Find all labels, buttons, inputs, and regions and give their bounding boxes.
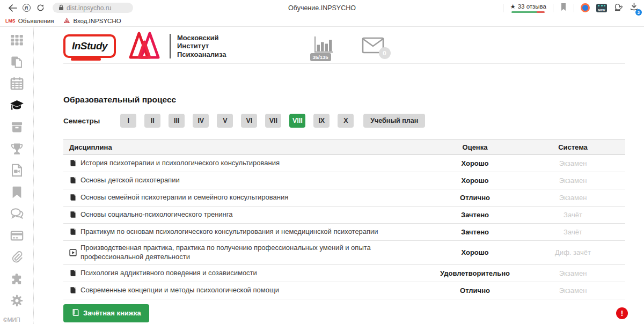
book-icon xyxy=(71,308,79,318)
sidebar-item-calendar[interactable] xyxy=(9,77,25,92)
yandex-icon[interactable]: Я xyxy=(19,3,33,13)
column-discipline: Дисциплина xyxy=(63,141,429,154)
grading-system: Экзамен xyxy=(521,194,625,202)
semester-tab-VIII[interactable]: VIII xyxy=(289,114,305,128)
sidebar-item-puzzle[interactable] xyxy=(9,273,25,288)
discipline-name: Основы социально-психологического тренин… xyxy=(80,210,232,219)
bookmark-login-inpsycho[interactable]: Вход.INPSYCHO xyxy=(63,16,121,26)
grade-value: Зачтено xyxy=(429,211,521,219)
attachment-icon xyxy=(10,250,24,267)
grade-value: Отлично xyxy=(429,286,521,294)
extension-browser-icon[interactable] xyxy=(581,3,590,12)
table-row[interactable]: История психотерапии и психологического … xyxy=(63,155,625,172)
disciplines-table-body: История психотерапии и психологического … xyxy=(63,155,625,299)
semester-tabs: IIIIIIIVVVIVIIVIIIIXX xyxy=(120,114,362,128)
semester-tab-IV[interactable]: IV xyxy=(193,114,209,128)
site-header: InStudy Московский Институт Психоанализа xyxy=(63,27,625,64)
discipline-name: Современные концепции и методы психологи… xyxy=(80,286,279,295)
sidebar-item-chat[interactable] xyxy=(9,208,25,222)
mail-icon[interactable]: 0 xyxy=(362,37,384,56)
settings-icon xyxy=(10,293,24,310)
url-text: dist.inpsycho.ru xyxy=(67,4,111,12)
table-row[interactable]: Практикум по основам психологического ко… xyxy=(63,224,625,241)
refresh-icon[interactable] xyxy=(33,3,47,13)
discipline-name: Практикум по основам психологического ко… xyxy=(80,227,378,237)
divider xyxy=(503,4,503,12)
rating-bar xyxy=(511,11,545,13)
grade-value: Хорошо xyxy=(429,248,521,256)
documents-icon xyxy=(10,55,24,71)
trophy-icon xyxy=(10,142,24,158)
semester-tab-VI[interactable]: VI xyxy=(241,114,257,128)
grade-value: Хорошо xyxy=(429,176,521,185)
semester-tab-III[interactable]: III xyxy=(169,114,185,128)
instudy-logo[interactable]: InStudy xyxy=(63,34,116,58)
sidebar-item-video-file[interactable] xyxy=(9,164,25,179)
lms-favicon: LMS xyxy=(5,18,16,24)
book-icon xyxy=(69,286,77,294)
semester-tab-X[interactable]: X xyxy=(338,114,354,128)
table-row[interactable]: Основы детской психотерапииХорошоЭкзамен xyxy=(63,172,625,189)
video-file-icon xyxy=(10,163,24,180)
progress-stats-icon[interactable]: 35/135 xyxy=(312,35,334,57)
semester-tab-II[interactable]: II xyxy=(144,114,160,128)
table-row[interactable]: Психология аддиктивного поведения и соза… xyxy=(63,265,625,282)
sidebar-item-trophy[interactable] xyxy=(9,143,25,157)
sidebar-item-bookmark[interactable] xyxy=(9,186,25,201)
curriculum-button[interactable]: Учебный план xyxy=(363,114,425,128)
alert-icon[interactable]: ! xyxy=(616,307,628,319)
downloads-badge: 2 xyxy=(635,9,642,16)
book-icon xyxy=(69,194,77,201)
semester-row: Семестры IIIIIIIVVVIVIIVIIIIXX Учебный п… xyxy=(63,114,625,128)
grade-value: Удовлетворительно xyxy=(429,269,521,277)
gradebook-button[interactable]: Зачётная книжка xyxy=(63,304,149,322)
grading-system: Экзамен xyxy=(521,176,625,185)
sidebar-item-archive-box[interactable] xyxy=(9,121,25,135)
table-header: Дисциплина Оценка Система xyxy=(63,139,625,155)
calendar-icon xyxy=(10,76,24,93)
sidebar-item-payment-card[interactable] xyxy=(9,230,25,244)
table-row[interactable]: Основы семейной психотерапии и семейного… xyxy=(63,189,625,207)
bookmark-flag-icon[interactable] xyxy=(560,3,567,13)
mail-count-badge: 0 xyxy=(379,47,391,59)
payment-card-icon xyxy=(10,229,24,245)
sidebar-item-settings[interactable] xyxy=(9,294,25,309)
semester-tab-V[interactable]: V xyxy=(217,114,233,128)
extension-glove-icon[interactable] xyxy=(613,2,623,13)
discipline-name: Основы семейной психотерапии и семейного… xyxy=(80,193,288,202)
site-reviews[interactable]: ★ 33 отзыва xyxy=(510,3,546,13)
semester-tab-IX[interactable]: IX xyxy=(313,114,330,128)
grade-value: Отлично xyxy=(429,194,521,202)
table-row[interactable]: Производственная практика, практика по п… xyxy=(63,241,625,265)
sidebar-item-attachment[interactable] xyxy=(9,251,25,266)
sidebar-nav: ©МИП xyxy=(0,27,34,323)
table-row[interactable]: Современные концепции и методы психологи… xyxy=(63,282,625,299)
downloads-icon[interactable]: 2 xyxy=(630,2,639,13)
sidebar-item-documents[interactable] xyxy=(9,56,25,70)
page-title: Образовательный процесс xyxy=(63,95,625,105)
semester-tab-VII[interactable]: VII xyxy=(265,114,281,128)
semester-tab-I[interactable]: I xyxy=(120,114,136,128)
puzzle-icon xyxy=(10,272,24,289)
divider xyxy=(170,34,171,58)
lock-icon xyxy=(58,3,64,13)
column-system: Система xyxy=(521,143,625,151)
institute-triangle-logo-icon[interactable] xyxy=(128,30,161,62)
extension-new-icon[interactable]: NEW xyxy=(596,4,607,12)
sidebar-item-graduation-cap[interactable] xyxy=(9,99,25,114)
back-icon[interactable] xyxy=(5,3,19,13)
book-icon xyxy=(69,211,77,218)
grade-value: Зачтено xyxy=(429,228,521,236)
grading-system: Диф. зачёт xyxy=(521,248,625,256)
grading-system: Экзамен xyxy=(521,286,625,294)
copyright-label: ©МИП xyxy=(0,316,20,323)
video-icon xyxy=(69,249,77,256)
bookmark-announcements[interactable]: LMS Объявления xyxy=(5,18,54,24)
sidebar-item-grid[interactable] xyxy=(9,34,25,48)
discipline-name: Производственная практика, практика по п… xyxy=(80,244,429,262)
chat-icon xyxy=(10,207,24,223)
table-row[interactable]: Основы социально-психологического тренин… xyxy=(63,207,625,224)
book-icon xyxy=(69,159,77,167)
address-bar[interactable]: dist.inpsycho.ru xyxy=(53,3,133,13)
disciplines-table: Дисциплина Оценка Система История психот… xyxy=(63,139,625,299)
